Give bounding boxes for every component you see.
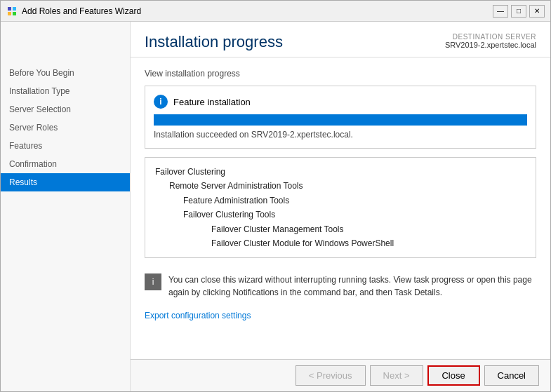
feature-item-2: Feature Administration Tools — [155, 194, 526, 208]
progress-bar-container — [154, 114, 527, 126]
cancel-button[interactable]: Cancel — [484, 365, 539, 386]
svg-rect-1 — [13, 7, 16, 11]
export-configuration-link[interactable]: Export configuration settings — [145, 311, 251, 320]
title-bar: Add Roles and Features Wizard — □ ✕ — [1, 1, 550, 22]
main-header: Installation progress DESTINATION SERVER… — [131, 22, 550, 58]
destination-server-info: DESTINATION SERVER SRV2019-2.xpertstec.l… — [445, 33, 536, 49]
wizard-window: Add Roles and Features Wizard — □ ✕ Befo… — [0, 0, 551, 392]
feature-install-box: i Feature installation Installation succ… — [145, 86, 536, 149]
sidebar-item-before-you-begin[interactable]: Before You Begin — [1, 64, 130, 82]
sidebar-item-server-roles[interactable]: Server Roles — [1, 119, 130, 137]
close-button[interactable]: Close — [427, 365, 480, 386]
main-body: View installation progress i Feature ins… — [131, 58, 550, 359]
previous-button[interactable]: < Previous — [296, 365, 366, 386]
feature-item-3: Failover Clustering Tools — [155, 208, 526, 222]
close-window-button[interactable]: ✕ — [529, 5, 545, 18]
window-controls: — □ ✕ — [493, 5, 545, 18]
destination-label: DESTINATION SERVER — [445, 33, 536, 41]
sidebar-item-confirmation[interactable]: Confirmation — [1, 155, 130, 173]
features-list-box: Failover Clustering Remote Server Admini… — [145, 157, 536, 258]
svg-rect-2 — [8, 12, 11, 15]
sidebar-item-installation-type[interactable]: Installation Type — [1, 82, 130, 100]
main-content: Installation progress DESTINATION SERVER… — [131, 22, 550, 391]
notification-box: i You can close this wizard without inte… — [145, 268, 536, 304]
destination-server-name: SRV2019-2.xpertstec.local — [445, 41, 536, 49]
notification-icon: i — [145, 273, 161, 290]
info-icon: i — [154, 95, 168, 109]
page-title: Installation progress — [145, 33, 283, 51]
feature-item-0: Failover Clustering — [155, 165, 526, 179]
feature-item-5: Failover Cluster Module for Windows Powe… — [155, 236, 526, 250]
sidebar-item-results[interactable]: Results — [1, 173, 130, 191]
section-title: View installation progress — [145, 69, 536, 79]
feature-install-title: Feature installation — [173, 97, 251, 107]
feature-item-4: Failover Cluster Management Tools — [155, 222, 526, 236]
next-button[interactable]: Next > — [370, 365, 423, 386]
sidebar-item-features[interactable]: Features — [1, 137, 130, 155]
footer: < Previous Next > Close Cancel — [131, 359, 550, 391]
success-message: Installation succeeded on SRV2019-2.xper… — [154, 130, 527, 140]
notification-text: You can close this wizard without interr… — [168, 273, 536, 299]
sidebar-item-server-selection[interactable]: Server Selection — [1, 100, 130, 119]
sidebar: Before You Begin Installation Type Serve… — [1, 22, 131, 391]
feature-install-header: i Feature installation — [154, 95, 527, 109]
window-title: Add Roles and Features Wizard — [22, 6, 493, 16]
maximize-button[interactable]: □ — [511, 5, 526, 18]
feature-item-1: Remote Server Administration Tools — [155, 179, 526, 193]
svg-rect-3 — [13, 12, 16, 15]
progress-bar-fill — [154, 114, 527, 126]
app-icon — [6, 6, 18, 17]
svg-rect-0 — [8, 7, 11, 11]
content-area: Before You Begin Installation Type Serve… — [1, 22, 550, 391]
minimize-button[interactable]: — — [493, 5, 508, 18]
